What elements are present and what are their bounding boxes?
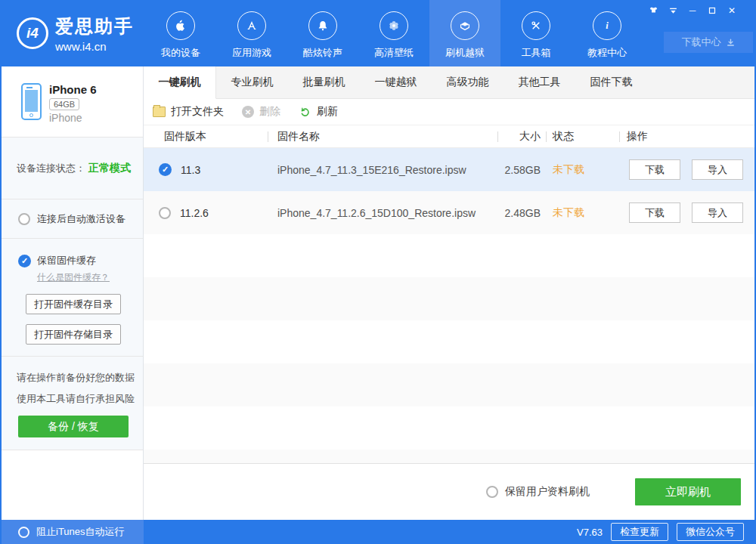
row-select-radio[interactable]: ✓ [159, 163, 172, 176]
tab-other-tools[interactable]: 其他工具 [503, 66, 575, 99]
table-row[interactable]: ✓ 11.3 iPhone_4.7_11.3_15E216_Restore.ip… [144, 148, 754, 191]
firmware-status: 未下载 [546, 206, 619, 220]
nav-label: 我的设备 [161, 46, 200, 60]
empty-row [144, 363, 754, 406]
delete-button[interactable]: ✕ 删除 [242, 105, 280, 119]
appstore-icon [244, 18, 259, 33]
tab-one-click-flash[interactable]: 一键刷机 [144, 66, 216, 99]
nav-item-flash-jailbreak[interactable]: 刷机越狱 [429, 0, 500, 66]
open-storage-dir-button[interactable]: 打开固件存储目录 [26, 324, 121, 345]
sidebar: iPhone 6 64GB iPhone 设备连接状态： 正常模式 连接后自动激… [2, 66, 144, 520]
check-update-button[interactable]: 检查更新 [611, 523, 668, 541]
wallpaper-flower-icon [386, 18, 401, 33]
minimize-icon[interactable]: ─ [686, 5, 699, 17]
import-button[interactable]: 导入 [692, 159, 743, 180]
auto-activate-radio[interactable] [18, 213, 30, 225]
keep-cache-checkbox[interactable]: ✓ [18, 255, 31, 267]
import-button[interactable]: 导入 [692, 202, 743, 223]
header-actions: 操作 [619, 125, 754, 148]
device-model: iPhone [49, 112, 97, 124]
block-itunes-label: 阻止iTunes自动运行 [36, 525, 125, 539]
download-center-button[interactable]: 下载中心 [664, 32, 753, 53]
boss-key-icon[interactable] [667, 5, 679, 17]
nav-label: 酷炫铃声 [303, 46, 342, 60]
download-center-label: 下载中心 [682, 36, 721, 49]
jailbreak-box-icon [457, 18, 472, 33]
firmware-version: 11.3 [181, 164, 200, 176]
app-logo: i4 爱思助手 www.i4.cn [2, 0, 145, 66]
what-is-cache-link[interactable]: 什么是固件缓存？ [37, 271, 110, 284]
header-firmware-version: 固件版本 [144, 125, 268, 148]
tab-one-click-jailbreak[interactable]: 一键越狱 [360, 66, 432, 99]
open-cache-dir-button[interactable]: 打开固件缓存目录 [26, 294, 121, 314]
close-icon[interactable]: ✕ [726, 5, 738, 17]
toolbox-icon [528, 18, 544, 33]
tab-pro-flash[interactable]: 专业刷机 [216, 66, 288, 99]
svg-text:i: i [606, 20, 609, 31]
keep-user-data-radio[interactable] [486, 486, 498, 498]
tab-batch-flash[interactable]: 批量刷机 [288, 66, 360, 99]
app-url: www.i4.cn [55, 40, 134, 53]
refresh-label: 刷新 [317, 105, 338, 119]
header-status: 状态 [546, 125, 619, 148]
firmware-name: iPhone_4.7_11.2.6_15D100_Restore.ipsw [268, 207, 497, 219]
auto-activate-option[interactable]: 连接后自动激活设备 [2, 199, 143, 239]
backup-restore-button[interactable]: 备份 / 恢复 [18, 416, 129, 437]
status-bar: 阻止iTunes自动运行 V7.63 检查更新 微信公众号 [2, 520, 754, 544]
firmware-list: ✓ 11.3 iPhone_4.7_11.3_15E216_Restore.ip… [144, 148, 754, 463]
open-folder-label: 打开文件夹 [171, 105, 224, 119]
download-button[interactable]: 下载 [629, 202, 680, 223]
empty-row [144, 320, 754, 363]
nav-label: 教程中心 [587, 46, 627, 60]
firmware-cache-panel: ✓ 保留固件缓存 什么是固件缓存？ 打开固件缓存目录 打开固件存储目录 [2, 239, 143, 357]
keep-user-data-option[interactable]: 保留用户资料刷机 [486, 485, 590, 499]
empty-row [144, 277, 754, 320]
firmware-name: iPhone_4.7_11.3_15E216_Restore.ipsw [268, 164, 497, 176]
table-row[interactable]: 11.2.6 iPhone_4.7_11.2.6_15D100_Restore.… [144, 191, 754, 234]
apple-icon [173, 18, 188, 33]
wechat-official-button[interactable]: 微信公众号 [677, 523, 744, 541]
refresh-icon [299, 106, 311, 119]
tab-bar-filler [647, 66, 754, 99]
firmware-status: 未下载 [546, 163, 619, 177]
nav-item-toolbox[interactable]: 工具箱 [500, 0, 572, 66]
flash-now-button[interactable]: 立即刷机 [635, 478, 741, 505]
table-header: 固件版本 固件名称 大小 状态 操作 [144, 125, 754, 148]
keep-cache-label: 保留固件缓存 [37, 254, 96, 267]
nav-item-apps-games[interactable]: 应用游戏 [216, 0, 287, 66]
warning-line-2: 使用本工具请自行承担风险 [17, 388, 143, 410]
firmware-size: 2.58GB [497, 164, 546, 176]
block-itunes-radio[interactable] [18, 527, 29, 538]
toolbar: 打开文件夹 ✕ 删除 刷新 [144, 99, 754, 125]
row-select-radio[interactable] [159, 207, 171, 219]
refresh-button[interactable]: 刷新 [299, 105, 338, 119]
tab-advanced[interactable]: 高级功能 [432, 66, 503, 99]
maximize-icon[interactable] [706, 5, 718, 17]
nav-item-tutorials[interactable]: i 教程中心 [572, 0, 643, 66]
app-title: 爱思助手 [55, 14, 134, 39]
backup-warning-panel: 请在操作前备份好您的数据 使用本工具请自行承担风险 备份 / 恢复 [2, 357, 143, 450]
skin-shirt-icon[interactable] [647, 5, 659, 17]
nav-item-ringtones[interactable]: 酷炫铃声 [287, 0, 358, 66]
nav-item-wallpapers[interactable]: 高清壁纸 [358, 0, 429, 66]
download-button[interactable]: 下载 [629, 159, 680, 180]
warning-line-1: 请在操作前备份好您的数据 [17, 367, 143, 388]
keep-user-data-label: 保留用户资料刷机 [505, 485, 590, 499]
folder-icon [153, 107, 166, 117]
info-icon: i [600, 18, 615, 33]
connection-status-value: 正常模式 [88, 162, 131, 175]
nav-label: 工具箱 [522, 46, 551, 60]
block-itunes-option[interactable]: 阻止iTunes自动运行 [2, 520, 144, 544]
firmware-size: 2.48GB [497, 207, 546, 219]
connection-status: 设备连接状态： 正常模式 [2, 138, 143, 199]
header-firmware-name: 固件名称 [268, 125, 497, 148]
device-capacity-badge: 64GB [49, 98, 79, 110]
nav-item-my-device[interactable]: 我的设备 [145, 0, 216, 66]
nav-label: 应用游戏 [232, 46, 271, 60]
nav-label: 高清壁纸 [374, 46, 414, 60]
connection-status-label: 设备连接状态： [17, 162, 85, 175]
tab-firmware-download[interactable]: 固件下载 [575, 66, 647, 99]
open-folder-button[interactable]: 打开文件夹 [153, 105, 224, 119]
tab-bar: 一键刷机 专业刷机 批量刷机 一键越狱 高级功能 其他工具 固件下载 [144, 66, 754, 99]
delete-circle-icon: ✕ [242, 106, 254, 118]
